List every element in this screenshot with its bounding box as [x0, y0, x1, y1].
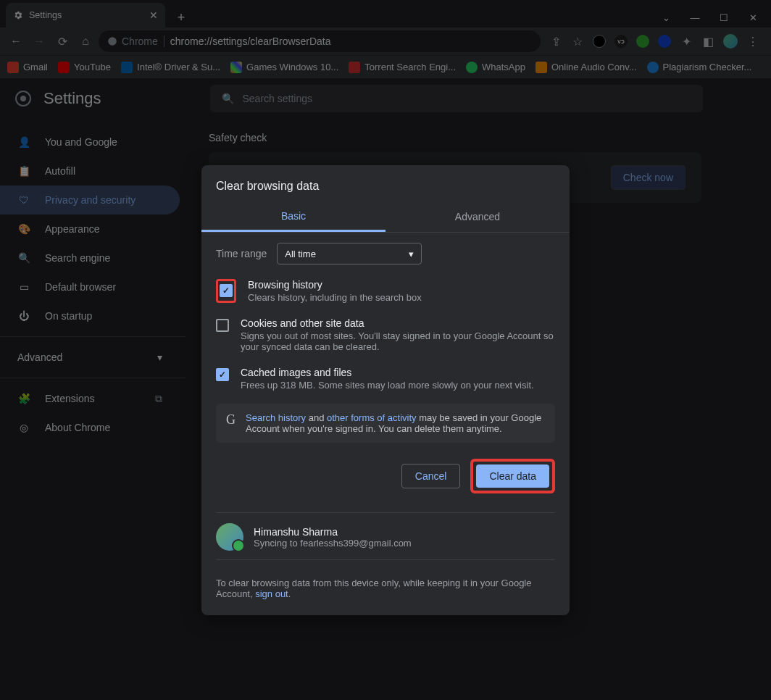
clipboard-icon: 📋 [17, 165, 30, 177]
bookmark-intel[interactable]: Intel® Driver & Su... [121, 62, 220, 73]
gear-icon [13, 10, 23, 20]
bookmark-whatsapp[interactable]: WhatsApp [466, 62, 525, 73]
option-sublabel: Clears history, including in the search … [248, 292, 422, 303]
puzzle-icon: 🧩 [17, 393, 30, 404]
svg-point-2 [20, 96, 26, 101]
sidebar-item-default-browser[interactable]: ▭Default browser [0, 272, 180, 301]
bookmark-youtube[interactable]: YouTube [58, 62, 111, 73]
option-sublabel: Signs you out of most sites. You'll stay… [241, 330, 555, 352]
reload-button[interactable]: ⟳ [52, 31, 72, 51]
info-banner: G Search history and other forms of acti… [216, 404, 555, 443]
option-sublabel: Frees up 318 MB. Some sites may load mor… [241, 380, 534, 391]
chrome-logo-icon [14, 90, 32, 107]
checkbox-cookies[interactable] [216, 319, 229, 332]
sidebar-item-appearance[interactable]: 🎨Appearance [0, 214, 180, 243]
sidebar-item-extensions[interactable]: 🧩Extensions⧉ [0, 384, 180, 413]
highlight-red-box [216, 279, 236, 303]
bookmark-audio[interactable]: Online Audio Conv... [535, 62, 637, 73]
dialog-tabs: Basic Advanced [201, 201, 570, 233]
sidebar-item-on-startup[interactable]: ⏻On startup [0, 301, 180, 330]
tab-basic[interactable]: Basic [201, 201, 386, 232]
browser-toolbar: ← → ⟳ ⌂ Chrome chrome://settings/clearBr… [0, 28, 771, 55]
sign-out-link[interactable]: sign out [255, 588, 288, 599]
cancel-button[interactable]: Cancel [401, 464, 461, 488]
dialog-footnote: To clear browsing data from this device … [201, 570, 570, 615]
bookmark-games[interactable]: Games Windows 10... [230, 62, 338, 73]
extension-icon-4[interactable] [658, 35, 671, 48]
back-button[interactable]: ← [6, 31, 26, 51]
clear-data-button[interactable]: Clear data [476, 464, 549, 488]
sidebar-item-about[interactable]: ◎About Chrome [0, 413, 180, 442]
chevron-down-icon: ▾ [409, 249, 414, 259]
tab-advanced[interactable]: Advanced [386, 201, 570, 232]
search-icon: 🔍 [222, 93, 234, 104]
url-text: chrome://settings/clearBrowserData [170, 36, 331, 47]
clear-browsing-data-dialog: Clear browsing data Basic Advanced Time … [201, 165, 570, 615]
sidebar-item-privacy-security[interactable]: 🛡Privacy and security [0, 186, 180, 214]
maximize-button[interactable]: ☐ [717, 12, 730, 23]
settings-sidebar: 👤You and Google 📋Autofill 🛡Privacy and s… [0, 119, 186, 700]
sidebar-item-search-engine[interactable]: 🔍Search engine [0, 243, 180, 272]
window-controls: ⌄ — ☐ ✕ [659, 12, 771, 28]
person-icon: 👤 [17, 136, 30, 148]
safety-check-heading: Safety check [209, 132, 771, 143]
search-history-link[interactable]: Search history [246, 412, 306, 423]
tab-search-icon[interactable]: ⌄ [659, 12, 672, 23]
option-label: Cookies and other site data [241, 317, 555, 329]
browser-tab[interactable]: Settings ✕ [6, 3, 165, 28]
new-tab-button[interactable]: + [171, 7, 191, 28]
check-now-button[interactable]: Check now [611, 165, 685, 190]
option-label: Browsing history [248, 279, 422, 291]
minimize-button[interactable]: — [688, 12, 701, 23]
search-settings-input[interactable]: 🔍 Search settings [210, 85, 703, 112]
browser-icon: ▭ [17, 281, 30, 293]
account-name: Himanshu Sharma [254, 526, 412, 538]
option-cookies: Cookies and other site data Signs you ou… [201, 310, 570, 359]
other-activity-link[interactable]: other forms of activity [327, 412, 417, 423]
sidebar-item-you-and-google[interactable]: 👤You and Google [0, 128, 180, 157]
highlight-red-box: Clear data [470, 459, 555, 493]
bookmark-torrent[interactable]: Torrent Search Engi... [349, 62, 456, 73]
profile-avatar-icon[interactable] [723, 34, 738, 49]
home-button[interactable]: ⌂ [75, 31, 96, 51]
browser-titlebar: Settings ✕ + ⌄ — ☐ ✕ [0, 0, 771, 28]
time-range-select[interactable]: All time ▾ [277, 243, 422, 264]
menu-icon[interactable]: ⋮ [746, 35, 759, 48]
settings-header: Settings 🔍 Search settings [0, 78, 771, 119]
sidebar-item-advanced[interactable]: Advanced▾ [0, 343, 180, 372]
side-panel-icon[interactable]: ◧ [701, 35, 714, 48]
extension-icon-2[interactable]: vɔ [614, 35, 628, 48]
dialog-title: Clear browsing data [201, 165, 570, 201]
avatar [216, 523, 243, 551]
extension-icon-1[interactable] [593, 35, 606, 48]
extension-icon-3[interactable] [636, 35, 649, 48]
bookmarks-bar: Gmail YouTube Intel® Driver & Su... Game… [0, 55, 771, 78]
checkbox-browsing-history[interactable] [220, 284, 233, 297]
google-g-icon: G [226, 412, 236, 434]
search-icon: 🔍 [17, 252, 30, 264]
chrome-icon: ◎ [17, 422, 30, 433]
sidebar-item-autofill[interactable]: 📋Autofill [0, 157, 180, 186]
chevron-down-icon: ▾ [157, 351, 162, 363]
forward-button[interactable]: → [29, 31, 49, 51]
dialog-actions: Cancel Clear data [201, 443, 570, 509]
close-window-button[interactable]: ✕ [746, 12, 759, 23]
close-tab-icon[interactable]: ✕ [149, 9, 158, 21]
option-label: Cached images and files [241, 367, 534, 378]
extensions-icon[interactable]: ✦ [680, 35, 693, 48]
site-chip: Chrome [107, 36, 158, 47]
address-bar[interactable]: Chrome chrome://settings/clearBrowserDat… [99, 30, 541, 52]
time-range-label: Time range [216, 248, 267, 259]
bookmark-plagiarism[interactable]: Plagiarism Checker... [647, 62, 752, 73]
shield-icon: 🛡 [17, 194, 30, 206]
time-range-row: Time range All time ▾ [201, 233, 570, 272]
bookmark-gmail[interactable]: Gmail [7, 62, 48, 73]
palette-icon: 🎨 [17, 223, 30, 235]
option-cache: Cached images and files Frees up 318 MB.… [201, 359, 570, 398]
share-icon[interactable]: ⇪ [549, 35, 562, 48]
checkbox-cache[interactable] [216, 368, 229, 381]
tab-title: Settings [29, 10, 62, 20]
bookmark-star-icon[interactable]: ☆ [571, 35, 584, 48]
external-link-icon: ⧉ [155, 393, 162, 405]
option-browsing-history: Browsing history Clears history, includi… [201, 272, 570, 310]
